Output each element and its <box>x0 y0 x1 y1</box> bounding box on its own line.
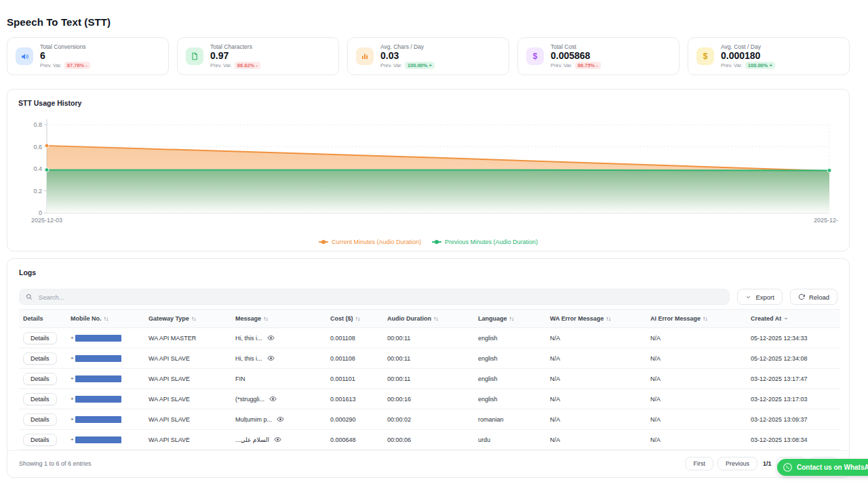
logs-header-row: DetailsMobile No.↑↓Gateway Type↑↓Message… <box>19 310 840 328</box>
details-button[interactable]: Details <box>23 434 57 446</box>
details-button[interactable]: Details <box>23 393 57 405</box>
message-text: (*struggli... <box>235 396 264 403</box>
language-cell: english <box>474 348 546 369</box>
table-row: Details+WA API SLAVEMulțumim p...0.00029… <box>19 409 840 430</box>
message-text: Hi, this i... <box>235 335 262 342</box>
language-cell: english <box>474 328 546 348</box>
usage-history-chart: 00.20.40.60.82025-12-032025-12-05 <box>18 107 838 239</box>
audio-duration-cell: 00:00:11 <box>383 369 474 389</box>
search-box[interactable] <box>19 289 730 305</box>
table-row: Details+WA API SLAVEالسلام علي...0.00064… <box>19 430 840 450</box>
mobile-no-cell: + <box>66 328 144 348</box>
audio-duration-cell: 00:00:16 <box>383 389 474 409</box>
sort-arrows-icon: ↑↓ <box>104 315 108 322</box>
column-header-cost-[interactable]: Cost ($)↑↓ <box>326 310 383 328</box>
export-button[interactable]: Export <box>737 289 782 305</box>
gateway-type-cell: WA API SLAVE <box>144 389 231 409</box>
column-header-language[interactable]: Language↑↓ <box>474 310 546 328</box>
cost-cell: 0.001613 <box>326 389 383 409</box>
chart-legend: Current Minutes (Audio Duration)Previous… <box>18 239 838 245</box>
details-button[interactable]: Details <box>23 332 57 344</box>
column-header-created-at[interactable]: Created At <box>747 310 840 328</box>
details-button[interactable]: Details <box>23 352 57 365</box>
table-row: Details+WA API SLAVEFIN0.00110100:00:11e… <box>19 369 840 389</box>
view-message-icon[interactable] <box>277 415 284 423</box>
mobile-no-cell: + <box>66 348 144 369</box>
stat-label: Total Characters <box>210 43 260 50</box>
variance-badge: 100.00% + <box>745 62 775 69</box>
logs-title: Logs <box>19 268 837 277</box>
mobile-no-cell: + <box>66 389 144 409</box>
stat-value: 0.97 <box>210 51 260 61</box>
stat-label: Total Cost <box>551 43 601 50</box>
pagination-first-button[interactable]: First <box>685 457 713 470</box>
column-header-ai-error-message[interactable]: AI Error Message↑↓ <box>646 310 747 328</box>
stat-card-total-cost: $Total Cost0.005868Prev. Var.86.75% - <box>517 37 679 75</box>
gateway-type-cell: WA API SLAVE <box>144 409 231 430</box>
wa-error-cell: N/A <box>546 389 646 409</box>
sort-arrows-icon: ↑↓ <box>509 315 514 322</box>
column-header-audio-duration[interactable]: Audio Duration↑↓ <box>383 310 474 328</box>
message-text: Mulțumim p... <box>235 416 272 423</box>
logs-table: DetailsMobile No.↑↓Gateway Type↑↓Message… <box>19 309 840 450</box>
whatsapp-contact-button[interactable]: Contact us on WhatsApp <box>777 459 868 476</box>
stat-prev-variance: Prev. Var.100.00% + <box>380 62 435 69</box>
mobile-redacted-bar <box>75 355 121 362</box>
search-icon <box>26 293 33 300</box>
stat-label: Total Conversions <box>40 43 90 50</box>
variance-badge: 100.00% + <box>405 62 435 69</box>
message-text: Hi, this i... <box>235 355 262 362</box>
stat-card-avg-cost-day: $Avg. Cost / Day0.000180Prev. Var.100.00… <box>688 37 850 75</box>
svg-text:0: 0 <box>39 209 42 216</box>
view-message-icon[interactable] <box>274 436 281 443</box>
mobile-no-cell: + <box>66 369 144 389</box>
created-at-cell: 05-12-2025 12:34:08 <box>747 348 840 369</box>
mobile-redacted-bar <box>75 436 121 443</box>
created-at-cell: 03-12-2025 13:09:37 <box>747 409 840 430</box>
view-message-icon[interactable] <box>267 354 275 362</box>
chevron-down-icon <box>745 294 751 300</box>
language-cell: english <box>474 389 546 409</box>
stat-prev-variance: Prev. Var.87.76% - <box>40 62 90 69</box>
view-message-icon[interactable] <box>269 395 277 403</box>
dollar-icon: $ <box>696 47 714 65</box>
details-button[interactable]: Details <box>23 373 57 385</box>
mobile-no-cell: + <box>66 430 144 450</box>
svg-text:0.8: 0.8 <box>33 121 42 128</box>
column-label: AI Error Message <box>650 315 701 322</box>
message-cell: Hi, this i... <box>231 328 326 348</box>
column-label: Language <box>478 315 507 322</box>
sort-arrows-icon: ↑↓ <box>191 315 196 322</box>
message-cell: السلام علي... <box>231 430 326 450</box>
search-input[interactable] <box>37 293 724 302</box>
svg-text:2025-12-05: 2025-12-05 <box>814 217 838 224</box>
table-row: Details+WA API SLAVE(*struggli...0.00161… <box>19 389 840 409</box>
mobile-redacted-bar <box>75 375 121 382</box>
legend-item[interactable]: Previous Minutes (Audio Duration) <box>432 239 538 245</box>
stat-card-total-characters: Total Characters0.97Prev. Var.86.82% - <box>177 37 339 75</box>
bar-chart-icon <box>356 47 374 65</box>
stat-prev-variance: Prev. Var.100.00% + <box>721 62 775 69</box>
logs-panel: Logs Export Reload DetailsMobile No.↑↓Ga… <box>7 258 850 478</box>
cost-cell: 0.001101 <box>326 369 383 389</box>
pagination-previous-button[interactable]: Previous <box>717 457 757 470</box>
column-label: Details <box>23 315 43 322</box>
details-button[interactable]: Details <box>23 413 57 426</box>
cost-cell: 0.001108 <box>326 348 383 369</box>
svg-text:0.6: 0.6 <box>33 144 42 150</box>
wa-error-cell: N/A <box>546 409 646 430</box>
column-label: WA Error Message <box>550 315 604 322</box>
view-message-icon[interactable] <box>267 334 275 342</box>
file-icon <box>186 47 203 65</box>
stat-body: Total Characters0.97Prev. Var.86.82% - <box>210 43 260 69</box>
mobile-redacted-bar <box>75 335 121 342</box>
legend-item[interactable]: Current Minutes (Audio Duration) <box>319 239 421 245</box>
reload-button[interactable]: Reload <box>790 289 837 305</box>
message-cell: (*struggli... <box>231 389 326 409</box>
column-header-wa-error-message[interactable]: WA Error Message↑↓ <box>546 310 646 328</box>
speaker-icon <box>16 47 33 65</box>
column-header-mobile-no-[interactable]: Mobile No.↑↓ <box>66 310 144 328</box>
column-header-gateway-type[interactable]: Gateway Type↑↓ <box>144 310 231 328</box>
gateway-type-cell: WA API MASTER <box>144 328 231 348</box>
column-header-message[interactable]: Message↑↓ <box>231 310 326 328</box>
